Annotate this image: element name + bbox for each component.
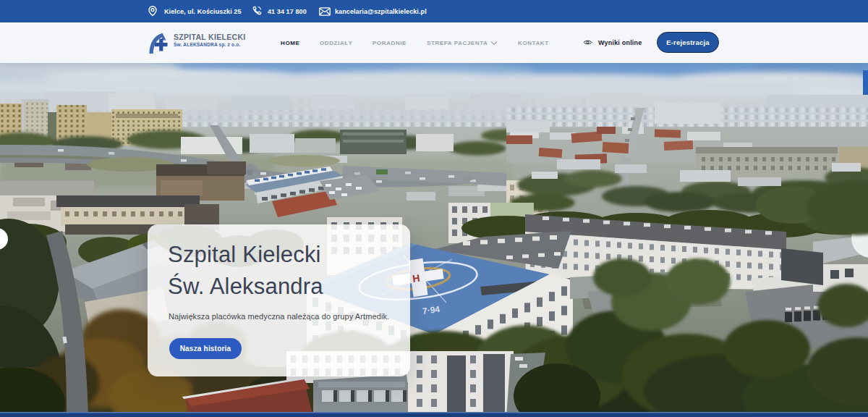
svg-text:7·94: 7·94 bbox=[422, 304, 441, 316]
